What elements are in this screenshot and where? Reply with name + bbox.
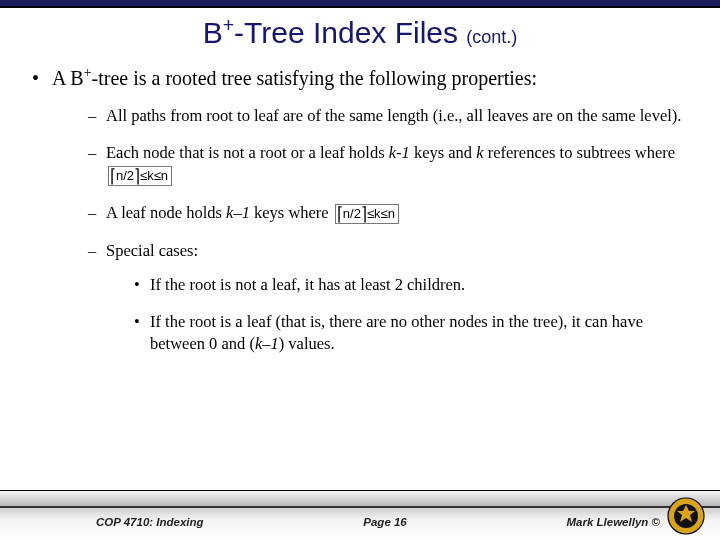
prop-2: Each node that is not a root or a leaf h… xyxy=(88,142,696,186)
footer-author: Mark Llewellyn © xyxy=(567,516,660,528)
footer-gradient xyxy=(0,490,720,506)
p2-k2: k xyxy=(476,143,483,162)
p2-k1: k-1 xyxy=(389,143,410,162)
mn2: n xyxy=(388,206,395,221)
special-cases-list: If the root is not a leaf, it has at lea… xyxy=(106,274,696,354)
top-accent-bar xyxy=(0,0,720,8)
footer: COP 4710: Indexing Page 16 Mark Llewelly… xyxy=(0,490,720,540)
p2-post: references to subtrees where xyxy=(484,143,675,162)
ceil-close-2: ⌉ xyxy=(361,205,367,223)
lead-post: -tree is a rooted tree satisfying the fo… xyxy=(92,67,537,89)
prop-3: A leaf node holds k–1 keys where ⌈n/2⌉≤k… xyxy=(88,202,696,224)
p4b-k: k–1 xyxy=(255,334,279,353)
props-list: All paths from root to leaf are of the s… xyxy=(52,105,696,354)
special-case-1: If the root is not a leaf, it has at lea… xyxy=(134,274,696,295)
le3: ≤ xyxy=(367,206,374,221)
special-case-2: If the root is a leaf (that is, there ar… xyxy=(134,311,696,354)
footer-course: COP 4710: Indexing xyxy=(96,516,204,528)
prop-1: All paths from root to leaf are of the s… xyxy=(88,105,696,126)
lead-bullet: A B+-tree is a rooted tree satisfying th… xyxy=(28,66,696,354)
p2-mid: keys and xyxy=(410,143,476,162)
p3-k: k–1 xyxy=(226,203,250,222)
lead-pre: A B xyxy=(52,67,84,89)
slide-body: B+-Tree Index Files (cont.) A B+-tree is… xyxy=(0,8,720,354)
p3-post: keys where xyxy=(250,203,333,222)
title-main-post: -Tree Index Files xyxy=(234,16,458,49)
bullet-list: A B+-tree is a rooted tree satisfying th… xyxy=(24,66,696,354)
math-box-1: ⌈n/2⌉≤k≤n xyxy=(108,166,172,186)
footer-page: Page 16 xyxy=(363,516,406,528)
ceil-expr-2: n/2 xyxy=(343,206,361,221)
mn1: n xyxy=(161,168,168,183)
title-cont: (cont.) xyxy=(466,27,517,47)
ucf-logo-icon xyxy=(666,496,706,536)
ceil-close: ⌉ xyxy=(134,167,140,185)
title-main-pre: B xyxy=(203,16,223,49)
lead-sup: + xyxy=(84,65,92,80)
title-sup: + xyxy=(223,14,234,36)
p3-pre: A leaf node holds xyxy=(106,203,226,222)
p4b-pre: If the root is a leaf (that is, there ar… xyxy=(150,312,643,352)
p4-label: Special cases: xyxy=(106,241,198,260)
le4: ≤ xyxy=(381,206,388,221)
ceil-expr: n/2 xyxy=(116,168,134,183)
le2: ≤ xyxy=(154,168,161,183)
prop-4: Special cases: If the root is not a leaf… xyxy=(88,240,696,354)
ceil-open: ⌈ xyxy=(110,167,116,185)
slide-title: B+-Tree Index Files (cont.) xyxy=(24,16,696,50)
p4b-post: ) values. xyxy=(279,334,335,353)
ceil-open-2: ⌈ xyxy=(337,205,343,223)
p2-pre: Each node that is not a root or a leaf h… xyxy=(106,143,389,162)
math-box-2: ⌈n/2⌉≤k≤n xyxy=(335,204,399,224)
footer-bar: COP 4710: Indexing Page 16 Mark Llewelly… xyxy=(0,506,720,540)
